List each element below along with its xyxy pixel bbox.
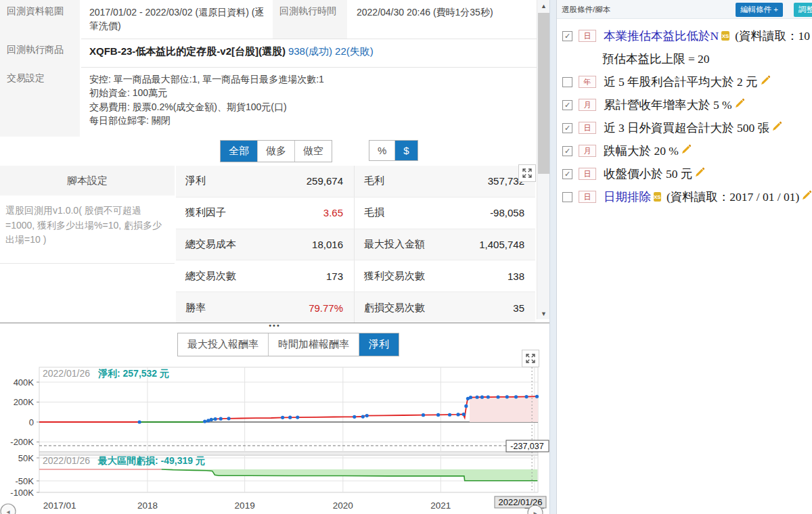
checkbox-checked[interactable]: ✓	[562, 123, 572, 133]
trade-dot	[535, 395, 539, 398]
stat-value: 138	[464, 260, 535, 291]
trade-dot	[203, 420, 206, 423]
edit-condition-button[interactable]: 編輯條件 +	[736, 3, 783, 17]
trade-dot	[288, 416, 292, 419]
stat-label: 毛利	[354, 166, 464, 197]
checkbox-checked[interactable]: ✓	[562, 146, 572, 156]
top-chart-title-date: 2022/01/26	[43, 368, 90, 379]
y-axis-label: -50K	[16, 476, 35, 486]
condition-row: 年近 5 年股利合計平均大於 2 元	[562, 70, 810, 93]
trade-dot	[462, 413, 466, 416]
scroll-down-arrow[interactable]: ▼	[537, 308, 550, 319]
condition-row: 日日期排除XS (資料讀取：2017 / 01 / 01)	[562, 185, 810, 208]
frequency-badge: 日	[579, 30, 596, 42]
performance-chart[interactable]: 400K200K0-200K50K-50K-100K2022/01/26淨利: …	[0, 327, 549, 514]
product-success-fail[interactable]: 938(成功) 22(失敗)	[288, 45, 374, 57]
expand-stats-icon[interactable]	[518, 164, 536, 182]
checkbox-unchecked[interactable]	[562, 77, 572, 87]
data-read-text: (資料讀取：2017 / 01 / 01)	[664, 189, 800, 205]
stats-row: 總交易次數173獲利交易次數138	[176, 260, 535, 292]
stat-label: 總交易次數	[176, 260, 286, 291]
x-axis-label: 2020	[333, 500, 353, 511]
edit-pencil-icon[interactable]	[771, 121, 782, 135]
checkbox-checked[interactable]: ✓	[562, 169, 572, 179]
info-row-range: 回測資料範圍 2017/01/02 - 2022/03/02 (還原日資料) (…	[0, 0, 537, 39]
stat-label: 最大投入金額	[354, 229, 464, 260]
vertical-scrollbar[interactable]: ▲ ▼	[537, 0, 550, 319]
trade-dot	[469, 396, 472, 399]
unit-button-%[interactable]: %	[369, 141, 395, 160]
frequency-badge: 日	[579, 168, 596, 180]
direction-filter-group: 全部做多做空	[220, 140, 332, 162]
trade-dot	[206, 419, 210, 422]
condition-link[interactable]: 本業推估本益比低於N	[604, 28, 719, 44]
checkbox-checked[interactable]: ✓	[562, 31, 572, 41]
scroll-up-arrow[interactable]: ▲	[537, 0, 550, 11]
trade-dot	[514, 395, 518, 398]
frequency-badge: 日	[579, 191, 596, 203]
filter-panel-header: 選股條件/腳本 編輯條件 + 調整參數	[557, 0, 812, 19]
condition-row: ✓月跌幅大於 20 %	[562, 139, 810, 162]
scrollbar-thumb[interactable]	[538, 13, 549, 174]
edit-pencil-icon[interactable]	[760, 75, 771, 89]
bottom-chart-title-label: 最大區間虧損: -49,319 元	[97, 455, 205, 466]
stat-value: -98,058	[464, 197, 535, 229]
pan-right-glyph: ▸	[533, 509, 537, 514]
trade-dot	[487, 395, 490, 398]
y-axis-label: -100K	[10, 488, 34, 498]
edit-pencil-icon[interactable]	[801, 190, 812, 204]
stat-value: 35	[464, 292, 535, 323]
trade-dot	[448, 413, 451, 417]
trade-setting-line: 交易費用: 股票0.2%(成交金額)、期貨100元(口)	[89, 100, 528, 114]
filter-button-做多[interactable]: 做多	[258, 141, 295, 162]
filter-button-全部[interactable]: 全部	[221, 141, 258, 162]
trade-dot	[210, 418, 213, 421]
edit-pencil-icon[interactable]	[694, 167, 705, 181]
stat-value: 173	[286, 260, 354, 291]
condition-row: ✓日收盤價小於 50 元	[562, 162, 810, 185]
checkbox-unchecked[interactable]	[562, 192, 572, 202]
edit-pencil-icon[interactable]	[734, 98, 745, 112]
condition-text: 近 5 年股利合計平均大於 2 元	[604, 74, 758, 90]
trade-dot	[505, 395, 509, 398]
frequency-badge: 月	[579, 99, 596, 111]
edit-pencil-icon[interactable]	[681, 144, 692, 158]
condition-text: 收盤價小於 50 元	[604, 166, 692, 182]
trade-dot	[365, 414, 369, 417]
stat-label: 獲利交易次數	[354, 260, 464, 291]
x-axis-label: 2018	[137, 500, 158, 511]
trade-dot	[296, 415, 299, 419]
product-name: XQFB-23-低本益比的定存股-v2[台股](選股)	[89, 45, 286, 57]
adjust-params-button[interactable]: 調整參數	[794, 3, 812, 17]
condition-list: ✓日本業推估本益比低於NXS (資料讀取：10預估本益比上限 = 20年近 5 …	[557, 19, 812, 208]
stat-label: 獲利因子	[176, 197, 286, 229]
unit-button-$[interactable]: $	[395, 141, 417, 160]
condition-row: ✓月累計營收年增率大於 5 %	[562, 93, 810, 116]
trade-dot	[480, 396, 484, 399]
stat-value: 18,016	[286, 229, 354, 260]
trade-dot	[464, 404, 468, 408]
stat-value: 1,405,748	[464, 229, 535, 260]
frequency-badge: 月	[579, 145, 596, 157]
stats-table: 腳本設定 選股回測用v1.0.0( 股價不可超過=1000, 獲利多少出場%=1…	[0, 166, 535, 321]
expand-arrows-icon	[522, 168, 532, 178]
filter-panel-title: 選股條件/腳本	[562, 5, 610, 15]
x-axis-label: 2017/01	[43, 500, 76, 511]
stats-grid: 淨利259,674毛利357,732獲利因子3.65毛損-98,058總交易成本…	[176, 166, 535, 324]
condition-text: 累計營收年增率大於 5 %	[604, 97, 732, 113]
condition-param-line: 預估本益比上限 = 20	[602, 47, 810, 70]
info-row-trade-settings: 交易設定 安控: 單一商品最大部位:1, 單一商品每日最多進場次數:1初始資金:…	[0, 67, 537, 137]
script-description: 選股回測用v1.0.0( 股價不可超過=1000, 獲利多少出場%=10, 虧損…	[0, 197, 175, 264]
trade-dot	[475, 396, 478, 399]
y-axis-label: 400K	[14, 377, 35, 388]
frequency-badge: 年	[579, 76, 596, 88]
stat-label: 總交易成本	[176, 229, 286, 260]
checkbox-checked[interactable]: ✓	[562, 100, 572, 110]
filter-button-做空[interactable]: 做空	[295, 141, 332, 162]
info-row-product: 回測執行商品 XQFB-23-低本益比的定存股-v2[台股](選股) 938(成…	[0, 39, 537, 68]
unit-toggle-group: %$	[369, 140, 418, 161]
pan-left-glyph: ◂	[6, 508, 9, 514]
product-value: XQFB-23-低本益比的定存股-v2[台股](選股) 938(成功) 22(失…	[81, 39, 537, 67]
data-read-text: (資料讀取：10	[732, 28, 810, 44]
condition-link[interactable]: 日期排除	[604, 189, 651, 205]
